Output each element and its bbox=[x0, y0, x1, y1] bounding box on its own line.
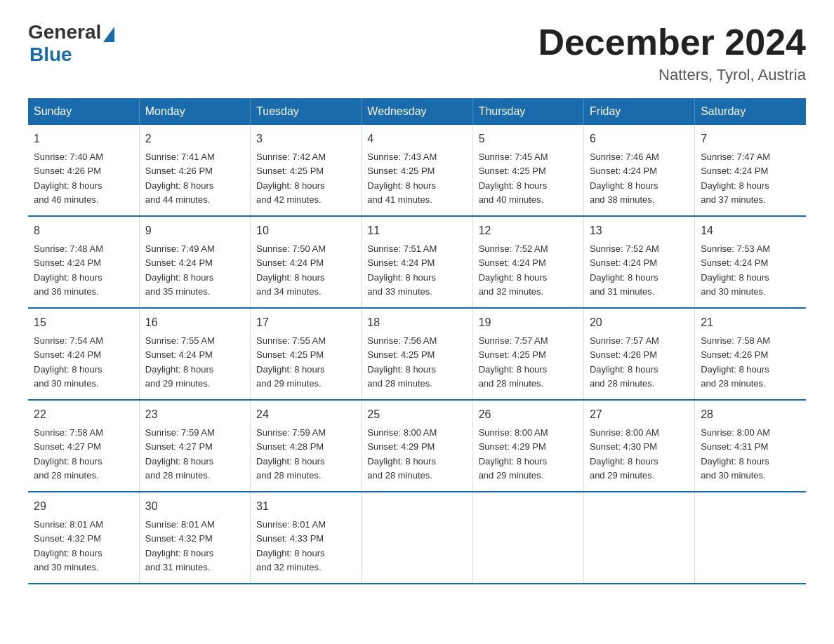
day-info: Sunrise: 7:48 AMSunset: 4:24 PMDaylight:… bbox=[34, 243, 103, 297]
day-number: 26 bbox=[479, 406, 578, 423]
day-info: Sunrise: 7:43 AMSunset: 4:25 PMDaylight:… bbox=[367, 152, 437, 205]
calendar-cell: 27Sunrise: 8:00 AMSunset: 4:30 PMDayligh… bbox=[583, 400, 694, 492]
calendar-cell: 12Sunrise: 7:52 AMSunset: 4:24 PMDayligh… bbox=[472, 216, 583, 308]
day-number: 11 bbox=[367, 222, 466, 239]
day-number: 5 bbox=[479, 130, 578, 147]
day-info: Sunrise: 8:00 AMSunset: 4:29 PMDaylight:… bbox=[367, 427, 437, 481]
header-tuesday: Tuesday bbox=[251, 98, 362, 125]
day-info: Sunrise: 7:58 AMSunset: 4:26 PMDaylight:… bbox=[701, 335, 770, 389]
calendar-cell: 26Sunrise: 8:00 AMSunset: 4:29 PMDayligh… bbox=[472, 400, 583, 492]
day-number: 19 bbox=[479, 314, 578, 331]
logo-general-text: General bbox=[28, 21, 101, 43]
calendar-cell: 10Sunrise: 7:50 AMSunset: 4:24 PMDayligh… bbox=[251, 216, 362, 308]
logo: General Blue bbox=[28, 21, 114, 66]
day-info: Sunrise: 7:59 AMSunset: 4:28 PMDaylight:… bbox=[256, 427, 326, 481]
day-info: Sunrise: 7:53 AMSunset: 4:24 PMDaylight:… bbox=[701, 243, 770, 297]
day-info: Sunrise: 8:00 AMSunset: 4:31 PMDaylight:… bbox=[701, 427, 770, 481]
day-number: 4 bbox=[367, 130, 466, 147]
page-header: General Blue December 2024 Natters, Tyro… bbox=[28, 21, 806, 84]
day-info: Sunrise: 7:55 AMSunset: 4:25 PMDaylight:… bbox=[256, 335, 326, 389]
month-title: December 2024 bbox=[538, 21, 806, 63]
day-number: 10 bbox=[256, 222, 355, 239]
day-info: Sunrise: 7:52 AMSunset: 4:24 PMDaylight:… bbox=[479, 243, 548, 297]
day-number: 18 bbox=[367, 314, 466, 331]
calendar-week-row: 8Sunrise: 7:48 AMSunset: 4:24 PMDaylight… bbox=[28, 216, 806, 308]
calendar-cell: 2Sunrise: 7:41 AMSunset: 4:26 PMDaylight… bbox=[139, 125, 250, 216]
header-friday: Friday bbox=[583, 98, 694, 125]
calendar-cell: 17Sunrise: 7:55 AMSunset: 4:25 PMDayligh… bbox=[251, 308, 362, 400]
logo-blue-text: Blue bbox=[29, 43, 72, 66]
calendar-cell: 14Sunrise: 7:53 AMSunset: 4:24 PMDayligh… bbox=[695, 216, 806, 308]
day-number: 15 bbox=[34, 314, 133, 331]
day-number: 9 bbox=[145, 222, 244, 239]
header-saturday: Saturday bbox=[695, 98, 806, 125]
header-monday: Monday bbox=[139, 98, 250, 125]
location-subtitle: Natters, Tyrol, Austria bbox=[538, 66, 806, 84]
day-info: Sunrise: 8:00 AMSunset: 4:29 PMDaylight:… bbox=[479, 427, 548, 481]
day-number: 8 bbox=[34, 222, 133, 239]
title-section: December 2024 Natters, Tyrol, Austria bbox=[538, 21, 806, 84]
day-number: 21 bbox=[701, 314, 800, 331]
day-info: Sunrise: 7:56 AMSunset: 4:25 PMDaylight:… bbox=[367, 335, 437, 389]
calendar-cell: 20Sunrise: 7:57 AMSunset: 4:26 PMDayligh… bbox=[583, 308, 694, 400]
calendar-cell: 13Sunrise: 7:52 AMSunset: 4:24 PMDayligh… bbox=[583, 216, 694, 308]
calendar-cell: 23Sunrise: 7:59 AMSunset: 4:27 PMDayligh… bbox=[139, 400, 250, 492]
day-info: Sunrise: 8:00 AMSunset: 4:30 PMDaylight:… bbox=[590, 427, 659, 481]
day-info: Sunrise: 7:51 AMSunset: 4:24 PMDaylight:… bbox=[367, 243, 437, 297]
day-number: 2 bbox=[145, 130, 244, 147]
day-number: 1 bbox=[34, 130, 133, 147]
day-number: 30 bbox=[145, 498, 244, 515]
day-info: Sunrise: 7:58 AMSunset: 4:27 PMDaylight:… bbox=[34, 427, 103, 481]
calendar-cell: 25Sunrise: 8:00 AMSunset: 4:29 PMDayligh… bbox=[362, 400, 472, 492]
calendar-cell: 16Sunrise: 7:55 AMSunset: 4:24 PMDayligh… bbox=[139, 308, 250, 400]
day-info: Sunrise: 7:41 AMSunset: 4:26 PMDaylight:… bbox=[145, 152, 215, 205]
header-wednesday: Wednesday bbox=[362, 98, 472, 125]
day-info: Sunrise: 7:54 AMSunset: 4:24 PMDaylight:… bbox=[34, 335, 103, 389]
day-info: Sunrise: 7:52 AMSunset: 4:24 PMDaylight:… bbox=[590, 243, 659, 297]
header-sunday: Sunday bbox=[28, 98, 139, 125]
day-number: 6 bbox=[590, 130, 689, 147]
calendar-cell: 9Sunrise: 7:49 AMSunset: 4:24 PMDaylight… bbox=[139, 216, 250, 308]
calendar-cell: 24Sunrise: 7:59 AMSunset: 4:28 PMDayligh… bbox=[251, 400, 362, 492]
day-info: Sunrise: 8:01 AMSunset: 4:33 PMDaylight:… bbox=[256, 519, 326, 572]
calendar-cell bbox=[362, 492, 472, 584]
logo-triangle-icon bbox=[103, 27, 114, 42]
day-number: 16 bbox=[145, 314, 244, 331]
calendar-header-row: SundayMondayTuesdayWednesdayThursdayFrid… bbox=[28, 98, 806, 125]
day-info: Sunrise: 7:49 AMSunset: 4:24 PMDaylight:… bbox=[145, 243, 215, 297]
day-number: 31 bbox=[256, 498, 355, 515]
calendar-week-row: 1Sunrise: 7:40 AMSunset: 4:26 PMDaylight… bbox=[28, 125, 806, 216]
calendar-cell: 7Sunrise: 7:47 AMSunset: 4:24 PMDaylight… bbox=[695, 125, 806, 216]
day-number: 14 bbox=[701, 222, 800, 239]
day-number: 20 bbox=[590, 314, 689, 331]
calendar-cell: 5Sunrise: 7:45 AMSunset: 4:25 PMDaylight… bbox=[472, 125, 583, 216]
day-info: Sunrise: 7:46 AMSunset: 4:24 PMDaylight:… bbox=[590, 152, 659, 205]
calendar-cell: 6Sunrise: 7:46 AMSunset: 4:24 PMDaylight… bbox=[583, 125, 694, 216]
day-number: 12 bbox=[479, 222, 578, 239]
day-number: 3 bbox=[256, 130, 355, 147]
day-info: Sunrise: 7:45 AMSunset: 4:25 PMDaylight:… bbox=[479, 152, 548, 205]
day-info: Sunrise: 7:47 AMSunset: 4:24 PMDaylight:… bbox=[701, 152, 770, 205]
calendar-cell: 21Sunrise: 7:58 AMSunset: 4:26 PMDayligh… bbox=[695, 308, 806, 400]
calendar-cell bbox=[583, 492, 694, 584]
day-number: 17 bbox=[256, 314, 355, 331]
day-number: 22 bbox=[34, 406, 133, 423]
day-info: Sunrise: 7:42 AMSunset: 4:25 PMDaylight:… bbox=[256, 152, 326, 205]
calendar-cell: 29Sunrise: 8:01 AMSunset: 4:32 PMDayligh… bbox=[28, 492, 139, 584]
calendar-cell: 31Sunrise: 8:01 AMSunset: 4:33 PMDayligh… bbox=[251, 492, 362, 584]
day-info: Sunrise: 8:01 AMSunset: 4:32 PMDaylight:… bbox=[34, 519, 103, 572]
day-info: Sunrise: 7:57 AMSunset: 4:26 PMDaylight:… bbox=[590, 335, 659, 389]
day-number: 13 bbox=[590, 222, 689, 239]
day-number: 27 bbox=[590, 406, 689, 423]
calendar-cell: 1Sunrise: 7:40 AMSunset: 4:26 PMDaylight… bbox=[28, 125, 139, 216]
calendar-cell: 11Sunrise: 7:51 AMSunset: 4:24 PMDayligh… bbox=[362, 216, 472, 308]
calendar-cell: 22Sunrise: 7:58 AMSunset: 4:27 PMDayligh… bbox=[28, 400, 139, 492]
day-number: 29 bbox=[34, 498, 133, 515]
calendar-cell: 3Sunrise: 7:42 AMSunset: 4:25 PMDaylight… bbox=[251, 125, 362, 216]
calendar-cell: 30Sunrise: 8:01 AMSunset: 4:32 PMDayligh… bbox=[139, 492, 250, 584]
day-info: Sunrise: 7:57 AMSunset: 4:25 PMDaylight:… bbox=[479, 335, 548, 389]
day-info: Sunrise: 7:50 AMSunset: 4:24 PMDaylight:… bbox=[256, 243, 326, 297]
day-number: 25 bbox=[367, 406, 466, 423]
calendar-week-row: 22Sunrise: 7:58 AMSunset: 4:27 PMDayligh… bbox=[28, 400, 806, 492]
calendar-cell: 15Sunrise: 7:54 AMSunset: 4:24 PMDayligh… bbox=[28, 308, 139, 400]
